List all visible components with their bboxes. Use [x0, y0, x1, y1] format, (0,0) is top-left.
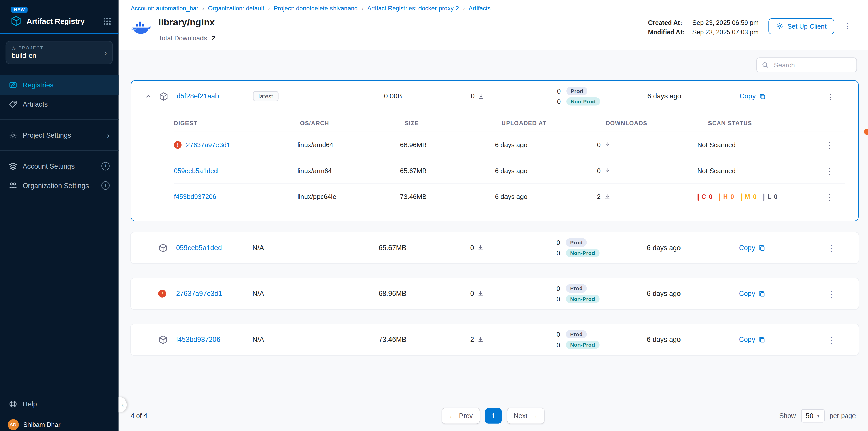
sidebar-item-organization-settings[interactable]: Organization Settings i: [0, 176, 119, 195]
nonprod-badge: Non-Prod: [566, 340, 599, 349]
digest-size: 68.96MB: [400, 141, 495, 149]
nonprod-badge: Non-Prod: [566, 249, 599, 257]
digest-downloads: 0: [597, 167, 601, 174]
sidebar-item-label: Project Settings: [23, 131, 71, 139]
digest-link[interactable]: 27637a97e3d1: [186, 141, 230, 149]
breadcrumb-artifacts[interactable]: Artifacts: [469, 5, 491, 12]
info-icon[interactable]: i: [101, 162, 110, 170]
copy-button[interactable]: Copy: [739, 336, 766, 343]
tag-badge: latest: [253, 91, 279, 101]
sidebar-item-label: Registries: [23, 81, 54, 89]
digest-row[interactable]: 059ceb5a1ded linux/arm64 65.67MB 6 days …: [174, 158, 845, 184]
info-icon[interactable]: i: [101, 181, 110, 190]
sidebar-nav: Registries Artifacts: [0, 75, 119, 114]
breadcrumb-registry[interactable]: Artifact Registries: docker-proxy-2: [367, 5, 459, 12]
row-kebab-menu-icon[interactable]: ⋮: [824, 289, 839, 299]
show-label: Show: [779, 412, 796, 420]
organization-icon: [9, 181, 17, 190]
page-number-button[interactable]: 1: [485, 408, 501, 424]
row-kebab-menu-icon[interactable]: ⋮: [823, 91, 838, 101]
total-downloads-value: 2: [211, 34, 215, 42]
breadcrumb-separator: ›: [268, 5, 270, 11]
scan-status: Not Scanned: [697, 167, 822, 174]
breadcrumb-account[interactable]: Account: automation_har: [131, 5, 198, 12]
project-label: ◎ PROJECT: [12, 45, 104, 50]
scan-status: Not Scanned: [697, 141, 822, 149]
row-kebab-menu-icon[interactable]: ⋮: [822, 166, 837, 176]
row-kebab-menu-icon[interactable]: ⋮: [822, 139, 837, 150]
digest-row[interactable]: f453bd937206 linux/ppc64le 73.46MB 6 day…: [174, 184, 845, 209]
column-header-size: SIZE: [405, 120, 502, 126]
app-switcher-icon[interactable]: [103, 18, 111, 25]
column-header-scan-status: SCAN STATUS: [708, 120, 835, 126]
copy-icon: [758, 244, 766, 251]
row-kebab-menu-icon[interactable]: ⋮: [822, 192, 837, 202]
prod-count: 0: [516, 285, 560, 292]
version-row[interactable]: f453bd937206 N/A 73.46MB 2 0 Prod 0: [131, 324, 859, 355]
digest-size: 73.46MB: [400, 193, 495, 200]
sidebar-item-registries[interactable]: Registries: [0, 75, 119, 95]
digest-link[interactable]: f453bd937206: [174, 193, 216, 200]
version-name-link[interactable]: 27637a97e3d1: [176, 290, 222, 297]
breadcrumb-organization[interactable]: Organization: default: [208, 5, 264, 12]
user-name: Shibam Dhar: [23, 421, 60, 428]
version-name-link[interactable]: 059ceb5a1ded: [176, 244, 222, 252]
artifact-tag-icon: [9, 100, 17, 108]
digest-os-arch: linux/arm64: [298, 167, 400, 174]
copy-button[interactable]: Copy: [739, 244, 766, 252]
registry-icon: [9, 81, 17, 89]
column-header-digest: DIGEST: [174, 120, 300, 126]
digest-link[interactable]: 059ceb5a1ded: [174, 167, 218, 174]
download-icon: [604, 167, 611, 174]
sidebar-divider: [0, 151, 119, 151]
version-name-link[interactable]: d5f28ef21aab: [177, 92, 219, 100]
version-updated: 6 days ago: [611, 290, 716, 297]
severity-low: L 0: [763, 193, 777, 200]
deployments-cell: 0 Prod 0 Non-Prod: [517, 87, 612, 106]
user-menu[interactable]: SD Shibam Dhar: [0, 414, 119, 431]
setup-client-label: Set Up Client: [787, 22, 827, 30]
prod-count: 0: [516, 239, 560, 246]
version-row[interactable]: 059ceb5a1ded N/A 65.67MB 0 0 Prod 0: [131, 232, 859, 263]
row-kebab-menu-icon[interactable]: ⋮: [824, 242, 839, 253]
download-icon: [604, 141, 611, 148]
toolbar: [119, 50, 868, 80]
sidebar-item-account-settings[interactable]: Account Settings i: [0, 157, 119, 176]
collapse-chevron-up-icon[interactable]: [138, 93, 159, 100]
project-name: build-en: [12, 52, 104, 60]
sidebar-header: NEW Artifact Registry: [0, 0, 119, 34]
copy-button[interactable]: Copy: [739, 290, 766, 297]
arrow-right-icon: →: [531, 412, 538, 420]
breadcrumb-project[interactable]: Project: donotdelete-shivanand: [274, 5, 358, 12]
breadcrumb-separator: ›: [362, 5, 363, 11]
row-kebab-menu-icon[interactable]: ⋮: [824, 334, 839, 344]
version-row[interactable]: ! 27637a97e3d1 N/A 68.96MB 0 0 Prod: [131, 278, 859, 309]
version-size: 68.96MB: [346, 290, 438, 297]
version-name-link[interactable]: f453bd937206: [176, 336, 220, 343]
sidebar-item-artifacts[interactable]: Artifacts: [0, 95, 119, 114]
prev-page-button[interactable]: ← Prev: [442, 408, 479, 424]
version-updated: 6 days ago: [611, 244, 716, 252]
version-list: d5f28ef21aab latest 0.00B 0 0 Prod 0: [119, 80, 868, 405]
version-size: 73.46MB: [346, 336, 438, 343]
search-box[interactable]: [756, 58, 857, 72]
version-card: f453bd937206 N/A 73.46MB 2 0 Prod 0: [131, 324, 859, 355]
version-row[interactable]: d5f28ef21aab latest 0.00B 0 0 Prod 0: [131, 81, 858, 112]
deployments-cell: 0 Prod 0 Non-Prod: [516, 330, 611, 349]
copy-button[interactable]: Copy: [740, 92, 766, 100]
project-selector[interactable]: ◎ PROJECT build-en ›: [6, 41, 113, 64]
version-card: 059ceb5a1ded N/A 65.67MB 0 0 Prod 0: [131, 232, 859, 263]
column-header-os-arch: OS/ARCH: [300, 120, 404, 126]
digest-row[interactable]: ! 27637a97e3d1 linux/amd64 68.96MB 6 day…: [174, 132, 845, 158]
header-kebab-menu-icon[interactable]: ⋮: [840, 21, 855, 31]
sidebar-item-project-settings[interactable]: Project Settings ›: [0, 126, 119, 145]
version-downloads: 0: [470, 290, 474, 297]
prod-badge: Prod: [566, 330, 587, 338]
setup-client-button[interactable]: Set Up Client: [769, 18, 834, 34]
page-size-select[interactable]: 50 ▾: [801, 409, 825, 422]
page-header: Account: automation_har › Organization: …: [119, 0, 868, 50]
sidebar-item-help[interactable]: Help: [0, 394, 119, 414]
modified-at-value: Sep 23, 2025 07:03 pm: [692, 29, 758, 35]
search-input[interactable]: [773, 61, 851, 69]
next-page-button[interactable]: Next →: [507, 408, 545, 424]
